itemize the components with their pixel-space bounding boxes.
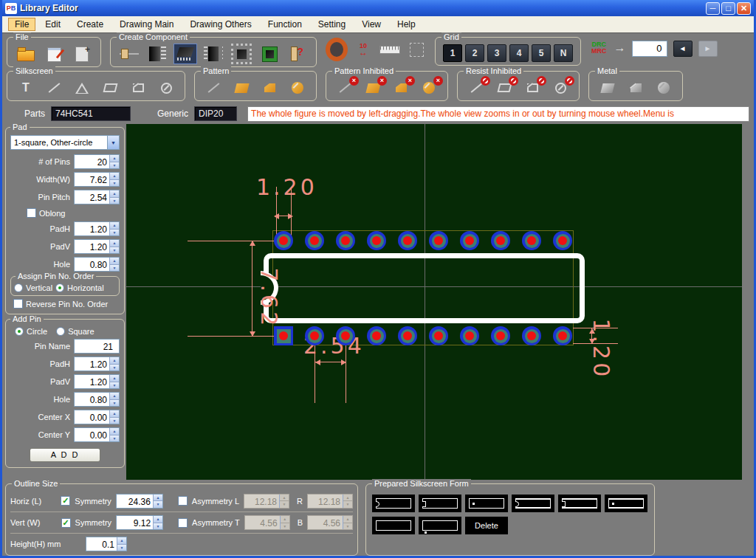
pad-top-8[interactable] bbox=[491, 231, 510, 250]
vert-asymmetry-checkbox[interactable] bbox=[178, 518, 188, 528]
donut-pad-icon[interactable] bbox=[326, 40, 348, 59]
menu-item-drawing-main[interactable]: Drawing Main bbox=[113, 18, 180, 31]
pattern-inhibited-circle-icon[interactable]: × bbox=[418, 78, 440, 97]
delete-silkscreen-form-button[interactable]: Delete bbox=[465, 517, 508, 534]
grid-button-2[interactable]: 2 bbox=[465, 44, 484, 62]
num-pins-spinner[interactable]: 20▲▼ bbox=[74, 154, 120, 169]
silkscreen-form-dot-bottom-button[interactable] bbox=[419, 517, 461, 534]
silkscreen-form-notch-square-button[interactable] bbox=[419, 495, 461, 512]
silkscreen-polygon-icon[interactable] bbox=[127, 78, 149, 97]
grid-button-1[interactable]: 1 bbox=[443, 44, 462, 62]
grid-button-3[interactable]: 3 bbox=[487, 44, 506, 62]
silkscreen-text-icon[interactable]: T bbox=[15, 78, 37, 97]
reverse-pin-order-checkbox[interactable] bbox=[13, 299, 23, 309]
pattern-line-icon[interactable] bbox=[202, 78, 224, 97]
menu-item-view[interactable]: View bbox=[355, 18, 388, 31]
title-bar[interactable]: PB Library Editor ─ □ ✕ bbox=[2, 0, 754, 16]
height-spinner[interactable]: 0.1▲▼ bbox=[86, 537, 127, 551]
drc-mrc-icon[interactable]: DRC MRC bbox=[591, 41, 607, 55]
grid-button-4[interactable]: 4 bbox=[509, 44, 529, 62]
pad-top-6[interactable] bbox=[429, 231, 448, 250]
hole-spinner[interactable]: 0.80▲▼ bbox=[74, 257, 120, 272]
horiz-symmetry-spinner[interactable]: 24.36▲▼ bbox=[116, 494, 163, 509]
metal-polygon-icon[interactable] bbox=[625, 78, 647, 97]
silkscreen-circle-icon[interactable] bbox=[155, 78, 177, 97]
pad-bottom-10[interactable] bbox=[553, 326, 572, 345]
pad-bottom-4[interactable] bbox=[367, 326, 386, 345]
square-radio[interactable] bbox=[56, 327, 65, 336]
horizontal-radio[interactable] bbox=[55, 283, 64, 292]
maximize-button[interactable]: □ bbox=[721, 2, 735, 15]
step-count-input[interactable]: 0 bbox=[632, 41, 667, 57]
menu-item-help[interactable]: Help bbox=[391, 18, 422, 31]
dip-wide-icon[interactable] bbox=[202, 44, 224, 63]
pad-top-1[interactable] bbox=[274, 231, 293, 250]
save-icon[interactable] bbox=[43, 44, 65, 63]
silkscreen-triangle-icon[interactable] bbox=[71, 78, 93, 97]
pad-bottom-7[interactable] bbox=[460, 326, 479, 345]
silkscreen-rect-icon[interactable] bbox=[99, 78, 121, 97]
pad-bottom-5[interactable] bbox=[398, 326, 417, 345]
resist-inhibited-circle-icon[interactable] bbox=[549, 78, 571, 97]
center-y-spinner[interactable]: 0.00▲▼ bbox=[74, 427, 120, 442]
minimize-button[interactable]: ─ bbox=[706, 2, 720, 15]
circle-radio[interactable] bbox=[15, 327, 24, 336]
pad-top-3[interactable] bbox=[336, 231, 355, 250]
close-button[interactable]: ✕ bbox=[737, 2, 751, 15]
metal-rect-icon[interactable] bbox=[597, 78, 619, 97]
oblong-checkbox[interactable] bbox=[27, 208, 36, 218]
pad-bottom-2[interactable] bbox=[305, 326, 324, 345]
silkscreen-form-double-notch-square-button[interactable] bbox=[558, 495, 601, 512]
pattern-circle-icon[interactable] bbox=[286, 78, 309, 97]
pattern-polygon-icon[interactable] bbox=[258, 78, 281, 97]
silkscreen-form-double-dot-button[interactable] bbox=[605, 495, 647, 512]
parts-name-input[interactable]: 74HC541 bbox=[51, 106, 131, 121]
resist-inhibited-rect-icon[interactable] bbox=[493, 78, 515, 97]
pad-top-10[interactable] bbox=[553, 231, 572, 250]
horiz-symmetry-checkbox[interactable]: ✓ bbox=[61, 496, 70, 506]
qfp-icon[interactable] bbox=[230, 44, 252, 63]
pad-bottom-8[interactable] bbox=[491, 326, 510, 345]
grid-button-5[interactable]: 5 bbox=[532, 44, 551, 62]
chevron-down-icon[interactable]: ▼ bbox=[107, 136, 119, 149]
pattern-rect-icon[interactable] bbox=[230, 78, 252, 97]
pin-pitch-spinner[interactable]: 2.54▲▼ bbox=[74, 190, 120, 204]
new-document-icon[interactable] bbox=[71, 44, 93, 63]
pad-top-4[interactable] bbox=[367, 231, 386, 250]
menu-item-edit[interactable]: Edit bbox=[38, 18, 67, 31]
addpin-padv-spinner[interactable]: 1.20▲▼ bbox=[74, 374, 120, 389]
select-area-icon[interactable] bbox=[405, 40, 427, 59]
pattern-inhibited-polygon-icon[interactable]: × bbox=[390, 78, 412, 97]
resist-inhibited-polygon-icon[interactable] bbox=[521, 78, 543, 97]
canvas[interactable]: 1.20 7.62 2.54 bbox=[126, 124, 742, 480]
pattern-inhibited-rect-icon[interactable]: × bbox=[362, 78, 384, 97]
axial-lead-icon[interactable] bbox=[118, 44, 140, 63]
silkscreen-form-double-notch-curve-button[interactable] bbox=[512, 495, 554, 512]
metal-circle-icon[interactable] bbox=[653, 78, 675, 97]
add-pin-button[interactable]: A D D bbox=[30, 448, 100, 462]
menu-item-create[interactable]: Create bbox=[70, 18, 110, 31]
undo-step-button[interactable]: ◄ bbox=[673, 41, 693, 57]
pad-bottom-6[interactable] bbox=[429, 326, 448, 345]
pad-bottom-9[interactable] bbox=[522, 326, 541, 345]
pin-name-input[interactable]: 21▲▼ bbox=[74, 339, 120, 354]
pattern-inhibited-line-icon[interactable]: × bbox=[334, 78, 356, 97]
pad-top-7[interactable] bbox=[460, 231, 479, 250]
dip-icon[interactable] bbox=[174, 44, 196, 63]
menu-item-file[interactable]: File bbox=[8, 18, 35, 31]
silkscreen-form-plain-button[interactable] bbox=[372, 517, 415, 534]
silkscreen-line-icon[interactable] bbox=[43, 78, 65, 97]
menu-item-setting[interactable]: Setting bbox=[312, 18, 352, 31]
vert-symmetry-spinner[interactable]: 9.12▲▼ bbox=[116, 515, 163, 530]
pad-top-5[interactable] bbox=[398, 231, 417, 250]
unknown-part-icon[interactable] bbox=[286, 44, 309, 63]
horiz-asymmetry-checkbox[interactable] bbox=[178, 496, 188, 506]
pad-type-dropdown[interactable]: 1-square, Other-circle ▼ bbox=[10, 135, 120, 150]
padv-spinner[interactable]: 1.20▲▼ bbox=[74, 239, 120, 254]
grid-button-n[interactable]: N bbox=[554, 44, 573, 62]
pad-bottom-3[interactable] bbox=[336, 326, 355, 345]
center-x-spinner[interactable]: 0.00▲▼ bbox=[74, 410, 120, 424]
resist-inhibited-line-icon[interactable] bbox=[465, 78, 487, 97]
padh-spinner[interactable]: 1.20▲▼ bbox=[74, 221, 120, 236]
silkscreen-form-dot-button[interactable] bbox=[465, 495, 508, 512]
